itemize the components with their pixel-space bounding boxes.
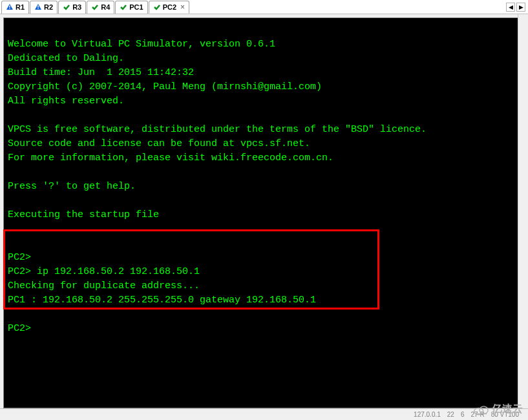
cloud-icon xyxy=(472,403,489,416)
tab-label: PC2 xyxy=(163,3,176,11)
check-icon xyxy=(153,3,161,11)
tab-label: R1 xyxy=(16,3,25,11)
watermark-text: 亿速云 xyxy=(492,403,523,416)
tab-label: R3 xyxy=(72,3,81,11)
tab-scroll-left-button[interactable]: ◀ xyxy=(506,3,515,12)
tab-pc1[interactable]: PC1 xyxy=(115,1,147,14)
warning-icon xyxy=(6,3,14,11)
svg-rect-1 xyxy=(9,8,10,8)
tab-nav: ◀ ▶ xyxy=(506,3,528,12)
tab-pc2[interactable]: PC2× xyxy=(149,1,189,14)
status-bar: 127.0.0.1 22 6 27 R 80 VT100 xyxy=(0,408,528,420)
tab-label: R2 xyxy=(44,3,53,11)
vertical-scrollbar[interactable] xyxy=(518,14,528,408)
watermark: 亿速云 xyxy=(472,403,523,416)
terminal[interactable]: Welcome to Virtual PC Simulator, version… xyxy=(4,18,524,408)
tab-r3[interactable]: R3 xyxy=(58,1,86,14)
terminal-wrapper: Welcome to Virtual PC Simulator, version… xyxy=(3,17,525,408)
status-pos1: 22 xyxy=(447,411,454,418)
tab-r2[interactable]: R2 xyxy=(30,1,58,14)
tab-r4[interactable]: R4 xyxy=(87,1,114,14)
tab-label: R4 xyxy=(101,3,110,11)
check-icon xyxy=(91,3,99,11)
svg-point-5 xyxy=(480,406,488,414)
check-icon xyxy=(63,3,70,11)
tab-bar: R1R2R3R4PC1PC2× ◀ ▶ xyxy=(0,0,528,14)
tab-label: PC1 xyxy=(129,3,143,11)
tab-r1[interactable]: R1 xyxy=(1,1,29,14)
status-pos2: 6 xyxy=(461,411,465,418)
tab-scroll-right-button[interactable]: ▶ xyxy=(516,3,525,12)
check-icon xyxy=(120,3,127,11)
status-host: 127.0.0.1 xyxy=(414,411,441,418)
warning-icon xyxy=(34,3,42,11)
close-icon[interactable]: × xyxy=(180,3,185,12)
svg-rect-2 xyxy=(37,6,38,8)
svg-rect-0 xyxy=(9,6,10,8)
svg-rect-3 xyxy=(37,8,38,8)
